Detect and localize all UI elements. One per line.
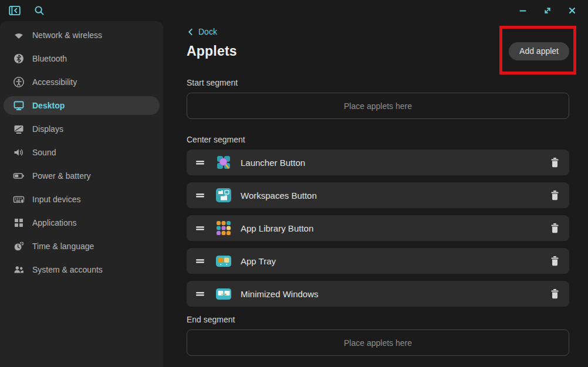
applet-row-launcher-button: Launcher Button — [187, 149, 569, 175]
end-segment-label: End segment — [187, 315, 569, 324]
applet-label: App Tray — [241, 256, 276, 266]
applets-settings-page: Dock Applets Add applet Start segment Pl… — [163, 21, 588, 367]
page-title: Applets — [187, 43, 237, 59]
drag-handle-icon[interactable] — [195, 190, 205, 201]
trash-icon[interactable] — [550, 157, 560, 168]
minimized-windows-icon — [215, 286, 232, 302]
sidebar-item-network-wireless[interactable]: Network & wireless — [4, 26, 160, 45]
app-tray-icon — [215, 253, 232, 269]
close-icon[interactable] — [567, 5, 577, 16]
back-link-label: Dock — [198, 27, 217, 36]
sidebar-item-label: Displays — [32, 124, 63, 134]
sidebar-item-label: Bluetooth — [32, 54, 67, 63]
chevron-left-icon — [187, 28, 194, 36]
bluetooth-icon — [13, 53, 25, 64]
sidebar-item-sound[interactable]: Sound — [4, 143, 160, 162]
workspaces-icon — [215, 187, 232, 203]
sidebar-item-system-accounts[interactable]: System & accounts — [4, 260, 160, 279]
center-segment-label: Center segment — [187, 135, 569, 144]
accessibility-icon — [13, 76, 25, 88]
sidebar-item-label: Accessibility — [32, 77, 77, 87]
window-controls — [518, 5, 581, 16]
sidebar-item-displays[interactable]: Displays — [4, 120, 160, 138]
sidebar-item-label: Network & wireless — [32, 30, 102, 40]
sidebar-item-label: System & accounts — [32, 265, 103, 274]
add-applet-button[interactable]: Add applet — [509, 42, 569, 60]
back-link-dock[interactable]: Dock — [187, 25, 217, 38]
applet-label: App Library Button — [241, 223, 313, 233]
applet-label: Minimized Windows — [241, 289, 319, 299]
applet-row-workspaces-button: Workspaces Button — [187, 182, 569, 208]
sidebar-item-desktop[interactable]: Desktop — [4, 96, 160, 115]
displays-icon — [13, 123, 25, 135]
trash-icon[interactable] — [550, 256, 560, 267]
sidebar-toggle-icon[interactable] — [7, 3, 22, 18]
sidebar-item-label: Power & battery — [32, 171, 91, 181]
search-icon[interactable] — [32, 3, 47, 18]
users-icon — [13, 264, 25, 276]
sidebar-item-label: Desktop — [32, 101, 65, 110]
sidebar-item-applications[interactable]: Applications — [4, 213, 160, 232]
keyboard-icon — [13, 193, 25, 205]
sidebar-item-input-devices[interactable]: Input devices — [4, 190, 160, 209]
sidebar-item-label: Time & language — [32, 242, 94, 251]
window-titlebar — [0, 0, 588, 21]
sidebar-item-label: Input devices — [32, 195, 81, 204]
end-segment-dropzone[interactable]: Place applets here — [187, 329, 569, 356]
battery-icon — [13, 170, 25, 182]
sidebar-item-accessibility[interactable]: Accessibility — [4, 73, 160, 91]
dropzone-placeholder: Place applets here — [344, 338, 412, 348]
start-segment-dropzone[interactable]: Place applets here — [187, 93, 569, 119]
speaker-icon — [13, 147, 25, 158]
settings-sidebar: Network & wireless Bluetooth Accessibili… — [0, 21, 163, 367]
maximize-icon[interactable] — [542, 5, 553, 16]
drag-handle-icon[interactable] — [195, 157, 205, 168]
applet-row-minimized-windows: Minimized Windows — [187, 281, 569, 307]
wifi-icon — [13, 29, 25, 41]
app-grid-icon — [13, 217, 25, 229]
trash-icon[interactable] — [550, 190, 560, 201]
trash-icon[interactable] — [550, 288, 560, 300]
applet-label: Launcher Button — [241, 158, 305, 168]
app-library-icon — [215, 220, 232, 236]
sidebar-item-label: Sound — [32, 148, 56, 157]
sidebar-item-power-battery[interactable]: Power & battery — [4, 166, 160, 185]
drag-handle-icon[interactable] — [195, 256, 205, 266]
applet-row-app-tray: App Tray — [187, 248, 569, 274]
center-segment-list: Launcher Button — [187, 149, 569, 307]
applet-label: Workspaces Button — [241, 191, 317, 201]
dropzone-placeholder: Place applets here — [344, 101, 412, 111]
trash-icon[interactable] — [550, 223, 560, 234]
sidebar-item-label: Applications — [32, 218, 77, 227]
launcher-icon — [215, 154, 232, 171]
drag-handle-icon[interactable] — [195, 288, 205, 299]
minimize-icon[interactable] — [518, 5, 528, 16]
sidebar-item-time-language[interactable]: Time & language — [4, 237, 160, 256]
drag-handle-icon[interactable] — [195, 223, 205, 233]
applet-row-app-library-button: App Library Button — [187, 215, 569, 241]
monitor-icon — [13, 100, 25, 111]
clock-icon — [13, 240, 25, 252]
start-segment-label: Start segment — [187, 78, 569, 87]
sidebar-item-bluetooth[interactable]: Bluetooth — [4, 49, 160, 68]
